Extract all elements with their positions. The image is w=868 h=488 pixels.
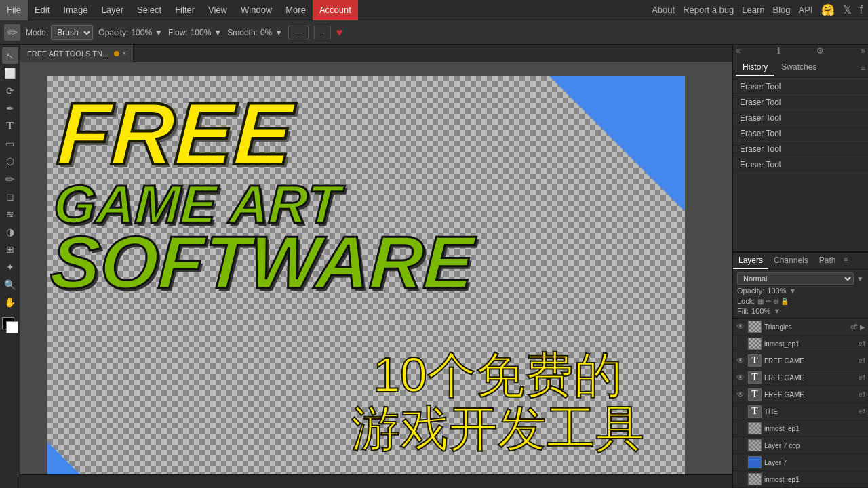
layer-effects[interactable]: eff: [859, 374, 865, 381]
menu-more[interactable]: More: [279, 0, 313, 20]
panel-collapse-left[interactable]: «: [736, 46, 741, 56]
smooth-value[interactable]: 0%: [260, 28, 272, 37]
eyedropper-tool[interactable]: ✦: [2, 259, 18, 275]
nav-learn[interactable]: Learn: [742, 5, 764, 15]
history-item[interactable]: Eraser Tool: [733, 157, 868, 173]
tab-path[interactable]: Path: [814, 253, 842, 269]
panel-info-icon[interactable]: ℹ: [777, 46, 781, 56]
layer-item[interactable]: Layer 7: [733, 454, 868, 471]
stroke-style-2[interactable]: –: [314, 26, 331, 39]
fill-dropdown[interactable]: ▼: [773, 307, 781, 315]
nav-report[interactable]: Report a bug: [683, 5, 734, 15]
history-item[interactable]: Eraser Tool: [733, 110, 868, 126]
layer-effects[interactable]: eff: [850, 323, 857, 330]
layer-item[interactable]: 👁TFREE GAMEeff: [733, 386, 868, 403]
layer-item[interactable]: TTHEeff: [733, 403, 868, 420]
mode-select[interactable]: Brush: [51, 25, 93, 40]
canvas-tab[interactable]: FREE ART TOOLS TN... ×: [20, 45, 134, 62]
layer-item[interactable]: 👁Triangleseff▶: [733, 319, 868, 336]
layers-panel-menu[interactable]: ≡: [841, 253, 850, 269]
tab-swatches[interactable]: Swatches: [774, 60, 823, 76]
brush-tool-icon[interactable]: ✏: [4, 24, 20, 41]
menu-layer[interactable]: Layer: [95, 0, 131, 20]
layer-effects[interactable]: eff: [859, 340, 865, 347]
layer-item[interactable]: inmost_ep1: [733, 420, 868, 437]
opacity-dropdown-icon[interactable]: ▼: [155, 28, 163, 37]
history-item[interactable]: Eraser Tool: [733, 95, 868, 110]
fill-value[interactable]: 100%: [751, 307, 770, 315]
blend-mode-select[interactable]: Normal: [737, 272, 854, 285]
shape-tool[interactable]: ▭: [2, 136, 18, 152]
layer-effects[interactable]: eff: [859, 391, 865, 398]
crop-tool[interactable]: ⊞: [2, 241, 18, 258]
menu-edit[interactable]: Edit: [28, 0, 56, 20]
tab-channels[interactable]: Channels: [768, 253, 814, 269]
layer-effects[interactable]: eff: [859, 408, 865, 415]
history-item[interactable]: Eraser Tool: [733, 79, 868, 95]
smudge-tool[interactable]: ≋: [2, 206, 18, 222]
facebook-icon[interactable]: f: [860, 4, 863, 16]
opacity-value[interactable]: 100%: [767, 287, 786, 295]
smooth-dropdown-icon[interactable]: ▼: [275, 28, 283, 37]
opacity-dropdown[interactable]: ▼: [789, 287, 797, 295]
favorite-icon[interactable]: ♥: [336, 26, 343, 39]
menu-file[interactable]: File: [0, 0, 28, 20]
menu-image[interactable]: Image: [56, 0, 94, 20]
tab-close-button[interactable]: ×: [122, 49, 126, 57]
layer-item[interactable]: inmost_ep1eff: [733, 336, 868, 352]
foreground-color[interactable]: [2, 317, 18, 333]
layer-visibility-toggle[interactable]: 👁: [736, 390, 745, 399]
layer-effects[interactable]: eff: [859, 357, 865, 364]
flow-value[interactable]: 100%: [191, 28, 212, 37]
layer-thumbnail: [748, 338, 762, 350]
paint-bucket[interactable]: ⬡: [2, 153, 18, 169]
panel-settings-icon[interactable]: ⚙: [816, 46, 824, 56]
blend-mode-dropdown[interactable]: ▼: [856, 274, 864, 283]
panel-menu-icon[interactable]: ≡: [861, 63, 865, 73]
layer-item[interactable]: inmost_ep1: [733, 471, 868, 488]
menu-account[interactable]: Account: [313, 0, 358, 20]
menu-view[interactable]: View: [201, 0, 234, 20]
tab-history[interactable]: History: [736, 60, 774, 76]
flow-dropdown-icon[interactable]: ▼: [214, 28, 222, 37]
tab-layers[interactable]: Layers: [733, 253, 768, 269]
layer-visibility-toggle[interactable]: 👁: [736, 373, 745, 382]
move-tool[interactable]: ↖: [2, 47, 18, 64]
lock-position-icon[interactable]: ⊕: [773, 298, 778, 305]
panel-collapse-right[interactable]: »: [861, 46, 865, 56]
selection-tool[interactable]: ⬜: [2, 65, 18, 81]
canvas-viewport[interactable]: FREE GAME ART SOFTWARE 10个免费的 游戏开发工具: [20, 62, 732, 474]
zoom-tool[interactable]: 🔍: [2, 277, 18, 293]
eraser-tool[interactable]: ◻: [2, 188, 18, 205]
twitter-icon[interactable]: 𝕏: [843, 3, 852, 16]
menu-window[interactable]: Window: [234, 0, 279, 20]
menu-filter[interactable]: Filter: [168, 0, 201, 20]
nav-api[interactable]: API: [799, 5, 813, 15]
nav-about[interactable]: About: [652, 5, 675, 15]
layers-tab-bar: Layers Channels Path ≡: [733, 253, 868, 270]
opacity-value[interactable]: 100%: [131, 28, 152, 37]
layer-item[interactable]: Layer 7 cop: [733, 437, 868, 454]
layer-expand-arrow[interactable]: ▶: [860, 323, 865, 331]
reddit-icon[interactable]: 🤗: [821, 3, 835, 16]
history-item[interactable]: Eraser Tool: [733, 126, 868, 142]
layer-item[interactable]: 👁TFREE GAMEeff: [733, 369, 868, 386]
nav-blog[interactable]: Blog: [773, 5, 791, 15]
layer-item[interactable]: 👁TFREE GAMEeff: [733, 352, 868, 369]
main-artwork-text: FREE GAME ART SOFTWARE: [49, 89, 483, 300]
dodge-tool[interactable]: ◑: [2, 224, 18, 240]
layer-thumbnail: [748, 321, 762, 333]
pen-tool[interactable]: ✒: [2, 100, 18, 117]
lock-image-icon[interactable]: ✏: [766, 298, 771, 305]
text-tool[interactable]: T: [2, 118, 18, 134]
layer-visibility-toggle[interactable]: 👁: [736, 356, 745, 365]
history-item[interactable]: Eraser Tool: [733, 142, 868, 157]
lock-transparency-icon[interactable]: ▦: [757, 298, 764, 305]
layer-visibility-toggle[interactable]: 👁: [736, 322, 745, 331]
menu-select[interactable]: Select: [130, 0, 168, 20]
lock-all-icon[interactable]: 🔒: [781, 298, 789, 305]
brush-tool[interactable]: ✏: [2, 171, 18, 187]
hand-tool[interactable]: ✋: [2, 294, 18, 310]
lasso-tool[interactable]: ⟳: [2, 83, 18, 99]
stroke-style-1[interactable]: —: [288, 26, 309, 39]
